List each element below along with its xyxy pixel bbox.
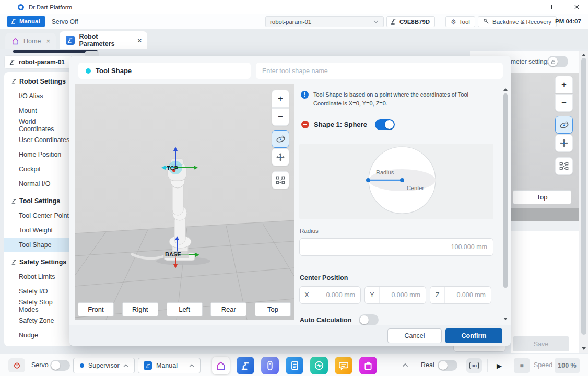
expand-apps-chevron-icon[interactable] xyxy=(402,361,409,369)
user-role-dropdown[interactable]: Supervisor xyxy=(73,358,135,373)
app-log-button[interactable] xyxy=(335,357,352,374)
scroll-down-arrow[interactable] xyxy=(503,318,508,320)
item-label: Normal I/O xyxy=(19,180,50,187)
sidebar-item-safety-stop-modes[interactable]: Safety Stop Modes xyxy=(4,299,72,313)
tab-robot-parameters-close-icon[interactable]: × xyxy=(137,37,142,44)
app-jog-button[interactable] xyxy=(261,357,279,374)
servo-toggle[interactable] xyxy=(50,360,70,371)
sidebar-item-home-position[interactable]: Home Position xyxy=(4,147,72,162)
robot-arm-icon xyxy=(11,78,17,85)
sidebar-item-world-coordinates[interactable]: World Coordinates xyxy=(4,118,72,133)
robot-id-badge[interactable]: C9E8B79D xyxy=(386,16,435,27)
scroll-up-arrow[interactable] xyxy=(503,88,508,91)
tool-button-label: Tool xyxy=(459,19,470,25)
key-icon xyxy=(483,18,490,25)
settings-lock-toggle[interactable] xyxy=(547,56,568,67)
minus-icon: − xyxy=(278,112,283,122)
view-right-button[interactable]: Right xyxy=(122,302,158,316)
close-button[interactable] xyxy=(565,0,588,14)
main-scrollbar[interactable] xyxy=(579,51,588,353)
sidebar-item-tool-shape[interactable]: Tool Shape xyxy=(4,238,72,252)
scroll-up-arrow[interactable] xyxy=(582,54,586,56)
simulator-3d-button[interactable]: 3D xyxy=(466,358,482,373)
scrollbar-thumb[interactable] xyxy=(581,58,586,335)
app-task-editor-button[interactable] xyxy=(286,357,303,374)
power-button[interactable] xyxy=(8,358,25,372)
section-divider xyxy=(299,266,493,266)
zoom-out-button[interactable]: − xyxy=(272,108,289,126)
shape-enable-toggle[interactable] xyxy=(375,119,395,130)
tool-shape-dialog: Tool Shape xyxy=(69,56,511,346)
view-front-button[interactable]: Front xyxy=(78,302,114,316)
backdrive-recovery-button[interactable]: Backdrive & Recovery xyxy=(478,16,557,27)
zoom-out-button[interactable]: − xyxy=(555,94,573,112)
page-top-view-button[interactable]: Top xyxy=(513,190,571,204)
view-top-button[interactable]: Top xyxy=(255,302,291,316)
status-dot-icon xyxy=(86,68,91,74)
view-label: Rear xyxy=(221,306,236,313)
confirm-button[interactable]: Confirm xyxy=(445,328,502,343)
robot-mode-dropdown[interactable]: Manual xyxy=(138,358,201,373)
maximize-button[interactable] xyxy=(542,0,565,14)
save-button[interactable]: Save xyxy=(513,336,569,351)
pan-button[interactable] xyxy=(555,134,573,152)
sidebar-item-nudge[interactable]: Nudge xyxy=(4,328,72,343)
zoom-in-button[interactable]: + xyxy=(555,76,573,93)
sidebar-item-mount[interactable]: Mount xyxy=(4,103,72,118)
param-set-dropdown[interactable]: robot-param-01 xyxy=(265,16,384,27)
dialog-scrollbar[interactable] xyxy=(503,86,508,322)
app-store-button[interactable] xyxy=(359,357,377,374)
tab-robot-parameters[interactable]: Robot Parameters × xyxy=(60,31,147,49)
app-robot-params-button[interactable] xyxy=(237,357,254,374)
orbit-button[interactable] xyxy=(272,130,289,148)
view-left-button[interactable]: Left xyxy=(167,302,203,316)
sidebar-item-safety-zone[interactable]: Safety Zone xyxy=(4,313,72,328)
remove-shape-icon[interactable] xyxy=(301,121,309,128)
cancel-button[interactable]: Cancel xyxy=(387,328,442,343)
sidebar-item-safety-io[interactable]: Safety I/O xyxy=(4,284,72,299)
scrollbar-thumb[interactable] xyxy=(503,93,508,288)
robot-arm-icon xyxy=(10,18,17,25)
save-label: Save xyxy=(534,340,549,348)
measure-button[interactable] xyxy=(272,171,289,189)
speed-value[interactable]: 100 % xyxy=(555,358,580,373)
sidebar-item-user-coordinates[interactable]: User Coordinates xyxy=(4,133,72,147)
dialog-3d-viewport[interactable]: TCP BASE + − Front Right Left Rear Top xyxy=(75,84,294,320)
app-home-button[interactable] xyxy=(212,357,230,374)
manual-mode-button[interactable]: Manual xyxy=(7,16,45,27)
tool-button[interactable]: ⚙ Tool xyxy=(445,16,475,27)
tab-home[interactable]: Home × xyxy=(5,33,56,49)
sidebar-item-tool-center-point[interactable]: Tool Center Point xyxy=(4,208,72,223)
tab-home-close-icon[interactable]: × xyxy=(46,37,50,45)
zoom-in-button[interactable]: + xyxy=(272,90,289,108)
radius-input[interactable] xyxy=(299,238,493,256)
orbit-button[interactable] xyxy=(555,116,573,134)
settings-lock-text: meter settings. xyxy=(511,58,552,65)
center-z-input[interactable] xyxy=(445,291,491,299)
sidebar-item-normal-io[interactable]: Normal I/O xyxy=(4,177,72,191)
dialog-title-box: Tool Shape xyxy=(78,63,251,79)
app-monitor-button[interactable] xyxy=(310,357,328,374)
sidebar-param-header[interactable]: robot-param-01 xyxy=(4,55,72,69)
sidebar-item-cockpit[interactable]: Cockpit xyxy=(4,162,72,177)
stop-button[interactable]: ■ xyxy=(514,358,530,373)
measure-button[interactable] xyxy=(555,157,573,175)
sidebar-item-io-alias[interactable]: I/O Alias xyxy=(4,89,72,103)
minimize-button[interactable] xyxy=(519,0,542,14)
tool-shape-name-input[interactable] xyxy=(256,63,503,79)
pan-button[interactable] xyxy=(272,148,289,166)
app-title: Dr.Dart-Platform xyxy=(29,4,72,10)
view-rear-button[interactable]: Rear xyxy=(210,302,246,316)
center-y-input[interactable] xyxy=(380,291,426,299)
toolbar-divider xyxy=(441,18,441,26)
sidebar-item-robot-limits[interactable]: Robot Limits xyxy=(4,269,72,284)
play-button[interactable]: ▶ xyxy=(491,358,507,373)
speed-percent: 100 % xyxy=(558,362,576,369)
monitor-pulse-icon xyxy=(314,360,324,371)
sidebar-item-tool-weight[interactable]: Tool Weight xyxy=(4,223,72,238)
scroll-down-arrow[interactable] xyxy=(582,347,586,350)
auto-calculation-toggle[interactable] xyxy=(359,314,379,325)
real-mode-toggle[interactable] xyxy=(438,360,457,371)
item-label: I/O Alias xyxy=(19,92,43,100)
center-x-input[interactable] xyxy=(314,291,360,299)
